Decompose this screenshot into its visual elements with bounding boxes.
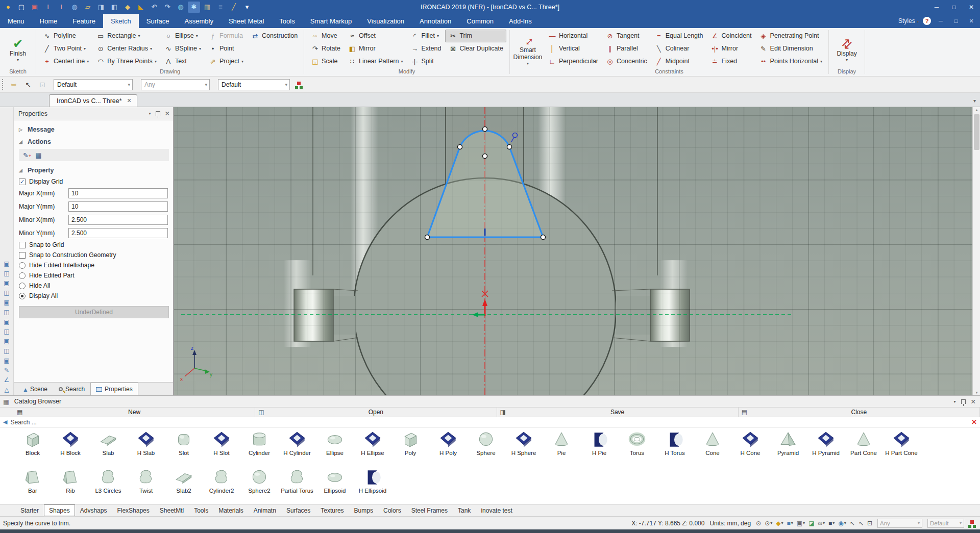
ribbon-button-construction[interactable]: ⇄ Construction ▾ xyxy=(248,30,301,42)
constraint-button-edit-dimension[interactable]: ✎ Edit Dimension ▾ xyxy=(756,42,826,55)
ribbon-button-scale[interactable]: ◱ Scale ▾ xyxy=(307,55,344,68)
catalog-item-h-ellipse[interactable]: H Ellipse xyxy=(354,427,391,465)
help-icon[interactable]: ? xyxy=(923,17,931,25)
layer-dropdown[interactable]: Default▾ xyxy=(218,79,290,90)
radio-hide-edited-part[interactable]: Hide Edited Part xyxy=(19,270,169,281)
constraint-button-parallel[interactable]: ∥ Parallel ▾ xyxy=(602,42,650,55)
qat-qat-overflow-icon[interactable]: ▾ xyxy=(241,2,253,13)
ribbon-button-clear-duplicate[interactable]: ⊠ Clear Duplicate ▾ xyxy=(445,42,506,55)
ribbon-button-bspline[interactable]: ∿ BSpline ▾ xyxy=(161,42,204,55)
catalog-item-h-cone[interactable]: H Cone xyxy=(731,427,769,465)
catalog-item-sphere2[interactable]: Sphere2 xyxy=(240,465,278,503)
panel-close-icon[interactable]: ✕ xyxy=(165,110,170,117)
catalog-item-h-pyramid[interactable]: H Pyramid xyxy=(807,427,845,465)
sketch-profile[interactable] xyxy=(427,131,543,237)
catalog-item-poly[interactable]: Poly xyxy=(391,427,429,465)
item-spectacles-icon[interactable]: ∞ ▾ xyxy=(818,520,825,527)
catalog-tab-starter[interactable]: Starter xyxy=(15,504,44,516)
catalog-button-open[interactable]: ◫ Open xyxy=(255,408,497,417)
item-solid-display-icon[interactable]: ■ ▾ xyxy=(828,520,835,527)
links-tree-icon[interactable] xyxy=(297,82,301,85)
item-surface-icon[interactable]: ◪ ▾ xyxy=(808,520,814,527)
catalog-item-cone[interactable]: Cone xyxy=(694,427,731,465)
catalog-item-h-slab[interactable]: H Slab xyxy=(127,427,165,465)
toolbar-drag-handle[interactable] xyxy=(2,79,5,90)
qat-save-icon[interactable]: ◨ xyxy=(95,2,107,13)
item-cube-view-5[interactable]: ▣ xyxy=(2,299,12,306)
catalog-button-new[interactable]: ▦ New xyxy=(14,408,255,417)
ribbon-button-ellipse[interactable]: ○ Ellipse ▾ xyxy=(161,30,204,42)
scroll-up-icon[interactable]: ▲ xyxy=(973,108,980,112)
doc-restore-button[interactable]: □ xyxy=(950,18,962,24)
tab-feature[interactable]: Feature xyxy=(65,14,103,28)
radio-hide-all[interactable]: Hide All xyxy=(19,281,169,291)
item-display-mode-icon[interactable]: ■ ▾ xyxy=(787,520,793,527)
filter-dropdown[interactable]: Any▾ xyxy=(141,79,210,90)
qat-catalog-icon[interactable]: ▦ xyxy=(201,2,213,13)
item-cube-view-6[interactable]: ◫ xyxy=(2,309,12,316)
ribbon-button-project[interactable]: ⇗ Project ▾ xyxy=(205,55,247,68)
item-cube-view-10[interactable]: ◫ xyxy=(2,347,12,354)
constraint-button-equal-length[interactable]: = Equal Length ▾ xyxy=(651,30,706,42)
catalog-item-sphere[interactable]: Sphere xyxy=(467,427,505,465)
catalog-item-slab[interactable]: Slab xyxy=(89,427,127,465)
ribbon-button-formula[interactable]: ƒ Formula ▾ xyxy=(205,30,247,42)
catalog-item-l3-circles[interactable]: L3 Circles xyxy=(89,465,127,503)
tab-sheet-metal[interactable]: Sheet Metal xyxy=(221,14,272,28)
constraint-button-midpoint[interactable]: ╱ Midpoint ▾ xyxy=(651,55,706,68)
item-camera-icon[interactable]: ▣ ▾ xyxy=(797,520,805,527)
doc-close-button[interactable]: ✕ xyxy=(966,18,977,24)
ribbon-button-two-point[interactable]: ╱ Two Point ▾ xyxy=(39,42,92,55)
catalog-button-save[interactable]: ◨ Save xyxy=(497,408,739,417)
constraint-button-colinear[interactable]: ╲ Colinear ▾ xyxy=(651,42,706,55)
checkbox-snap-to-grid[interactable]: Snap to Grid xyxy=(19,240,169,250)
status-filter-dropdown[interactable]: Any▾ xyxy=(877,519,922,528)
catalog-item-h-cylinder[interactable]: H Cylinder xyxy=(278,427,316,465)
item-zoom-fit-icon[interactable]: ⊙ ▾ xyxy=(765,520,772,527)
doc-minimize-button[interactable]: ─ xyxy=(935,18,946,24)
catalog-item-slab2[interactable]: Slab2 xyxy=(165,465,203,503)
catalog-tab-advshaps[interactable]: Advshaps xyxy=(75,504,112,516)
catalog-item-h-part-cone[interactable]: H Part Cone xyxy=(883,427,920,465)
tabstrip-scroll-icon[interactable]: ▾ xyxy=(973,98,980,107)
tab-annotation[interactable]: Annotation xyxy=(412,14,459,28)
catalog-item-h-block[interactable]: H Block xyxy=(52,427,89,465)
close-button[interactable]: ✕ xyxy=(963,0,980,14)
panel-tab-scene[interactable]: Scene xyxy=(18,383,53,395)
qat-paint-icon[interactable]: ◣ xyxy=(135,2,147,13)
catalog-tab-sheetmtl[interactable]: SheetMtl xyxy=(155,504,189,516)
ribbon-button-polyline[interactable]: ∿ Polyline ▾ xyxy=(39,30,92,42)
edit-grid-action-icon[interactable]: ✎ xyxy=(23,151,31,159)
paste-cursor-icon[interactable]: ➥ xyxy=(8,79,20,91)
panel-tab-search[interactable]: Search xyxy=(53,383,90,395)
ribbon-button-by-three-points[interactable]: ◠ By Three Points ▾ xyxy=(93,55,160,68)
ribbon-button-move[interactable]: ◦◦ Move ▾ xyxy=(307,30,344,42)
tab-assembly[interactable]: Assembly xyxy=(177,14,221,28)
item-sketch-tool[interactable]: ✎ xyxy=(2,367,12,374)
catalog-tab-flexshapes[interactable]: FlexShapes xyxy=(112,504,154,516)
ribbon-button-trim[interactable]: ✂ Trim ▾ xyxy=(445,30,506,42)
catalog-tab-shapes[interactable]: Shapes xyxy=(44,504,75,516)
catalog-tab-surfaces[interactable]: Surfaces xyxy=(281,504,315,516)
catalog-item-pyramid[interactable]: Pyramid xyxy=(769,427,807,465)
ribbon-button-centerline[interactable]: + CenterLine ▾ xyxy=(39,55,92,68)
status-tree-icon[interactable] xyxy=(970,520,974,524)
catalog-tab-materials[interactable]: Materials xyxy=(213,504,249,516)
catalog-item-h-slot[interactable]: H Slot xyxy=(203,427,240,465)
qat-brush-icon[interactable]: ╱ xyxy=(228,2,240,13)
item-measure-tool[interactable]: ∠ xyxy=(2,376,12,384)
catalog-button-close[interactable]: ▤ Close xyxy=(739,408,980,417)
ribbon-button-center-radius[interactable]: ⊙ Center Radius ▾ xyxy=(93,42,160,55)
catalog-item-h-sphere[interactable]: H Sphere xyxy=(505,427,543,465)
catalog-item-cylinder[interactable]: Cylinder xyxy=(240,427,278,465)
constraint-button-horizontal[interactable]: — Horizontal ▾ xyxy=(545,30,601,42)
catalog-item-block[interactable]: Block xyxy=(14,427,52,465)
tab-smart-markup[interactable]: Smart Markup xyxy=(303,14,360,28)
item-cube-view-4[interactable]: ◫ xyxy=(2,289,12,296)
tab-home[interactable]: Home xyxy=(32,14,65,28)
catalog-item-bar[interactable]: Bar xyxy=(14,465,52,503)
qat-open-icon[interactable]: ▱ xyxy=(82,2,94,13)
new-table-action-icon[interactable]: ▦ xyxy=(35,151,41,159)
ribbon-button-text[interactable]: A Text ▾ xyxy=(161,55,204,68)
ribbon-button-mirror[interactable]: ◧ Mirror ▾ xyxy=(345,42,406,55)
